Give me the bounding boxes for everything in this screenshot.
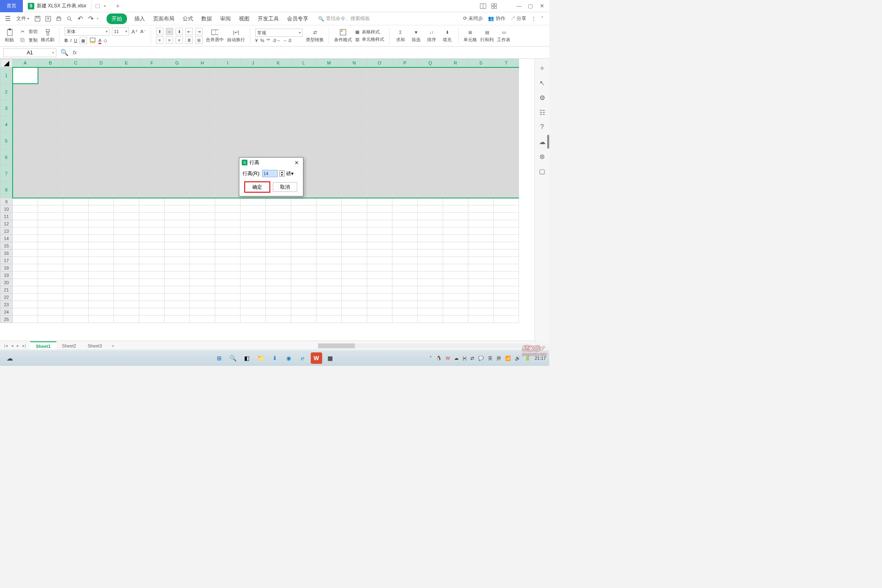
cell[interactable] [367,133,392,149]
cell[interactable] [443,84,468,100]
col-header[interactable]: J [241,59,266,67]
italic-button[interactable]: I [70,38,71,43]
cell[interactable] [316,257,342,264]
cell[interactable] [443,249,468,257]
cell[interactable] [367,301,392,308]
cell[interactable] [342,198,367,205]
command-search[interactable]: 🔍 查找命令、搜索模板 [318,15,370,22]
fx-icon[interactable]: fx [73,49,77,56]
cell[interactable] [241,67,266,84]
currency-button[interactable]: ¥ [255,38,258,43]
cell[interactable] [139,213,165,220]
cell[interactable] [114,165,139,182]
cell[interactable] [494,249,519,257]
cell[interactable] [114,235,139,242]
cell[interactable] [190,249,215,257]
cell[interactable] [494,220,519,227]
cell[interactable] [165,116,190,133]
cell[interactable] [367,257,392,264]
cell[interactable] [468,149,494,165]
cell[interactable] [13,205,38,213]
cell[interactable] [266,235,291,242]
align-center-icon[interactable]: ≡ [166,36,173,44]
cell[interactable] [190,213,215,220]
cell[interactable] [190,165,215,182]
sidepanel-properties-icon[interactable]: ☷ [539,109,546,116]
cell[interactable] [63,294,89,301]
cell[interactable] [418,213,443,220]
sheet-tab-1[interactable]: Sheet1 [30,341,56,350]
share-button[interactable]: ↗ 分享 [510,15,526,22]
cell[interactable] [494,116,519,133]
cell[interactable] [241,84,266,100]
fill-color-button[interactable] [89,37,96,44]
justify-icon[interactable]: ≣ [185,36,193,44]
cell[interactable] [316,316,342,323]
cell[interactable] [468,279,494,286]
cell[interactable] [443,279,468,286]
cell[interactable] [215,264,241,272]
align-top-icon[interactable]: ⬆ [156,28,163,35]
cell[interactable] [215,272,241,279]
cell[interactable] [190,308,215,316]
table-style-button[interactable]: ▦ 表格样式 [355,29,384,35]
cell[interactable] [114,205,139,213]
row-header[interactable]: 15 [0,242,13,249]
name-box[interactable]: A1 [3,48,56,57]
cell[interactable] [468,182,494,198]
align-bottom-icon[interactable]: ⬇ [176,28,183,35]
cell[interactable] [392,301,418,308]
cell[interactable] [443,133,468,149]
cell[interactable] [291,264,316,272]
tab-menu-icon[interactable]: □ [96,2,100,10]
tray-volume-icon[interactable]: 🔊 [515,356,521,361]
cell[interactable] [291,308,316,316]
collab-button[interactable]: 👥 协作 [488,15,505,22]
cell[interactable] [13,227,38,235]
cell[interactable] [468,205,494,213]
cell[interactable] [63,235,89,242]
explorer-icon[interactable]: 📁 [255,352,267,364]
col-header[interactable]: Q [418,59,443,67]
cell[interactable] [63,308,89,316]
hamburger-icon[interactable]: ☰ [3,14,12,23]
cell[interactable] [392,165,418,182]
cell[interactable] [63,213,89,220]
cell[interactable] [316,264,342,272]
cell[interactable] [190,257,215,264]
sidepanel-help-icon[interactable]: ? [539,123,546,131]
add-sheet-button[interactable]: + [108,343,118,348]
cell[interactable] [89,264,114,272]
cell[interactable] [468,100,494,116]
thousands-button[interactable]: ºº [267,38,270,43]
cell[interactable] [38,100,63,116]
cell[interactable] [342,213,367,220]
wrap-text-button[interactable]: [↵] 自动换行 [227,29,245,43]
copy-button[interactable]: ⿻复制 [19,36,38,44]
cell[interactable] [215,301,241,308]
tray-lang1[interactable]: 英 [488,355,492,361]
cell[interactable] [241,286,266,294]
cell[interactable] [63,133,89,149]
percent-button[interactable]: % [260,38,264,43]
cell[interactable] [215,205,241,213]
more-icon[interactable]: ⋮ [531,16,536,22]
cell[interactable] [190,227,215,235]
cell[interactable] [215,257,241,264]
cell[interactable] [215,242,241,249]
decrease-decimal-button[interactable]: ←.0 [283,38,291,43]
cell[interactable] [392,272,418,279]
sidepanel-page-icon[interactable]: ▢ [539,167,546,175]
cell[interactable] [266,220,291,227]
decrease-font-icon[interactable]: A⁻ [140,29,146,34]
cell[interactable] [13,279,38,286]
cell[interactable] [241,294,266,301]
cell[interactable] [266,257,291,264]
tab-view[interactable]: 视图 [238,13,250,24]
cell[interactable] [89,301,114,308]
cell[interactable] [89,294,114,301]
cell[interactable] [114,84,139,100]
align-left-icon[interactable]: ≡ [156,36,163,44]
cell[interactable] [215,165,241,182]
type-convert-button[interactable]: ⇄ 类型转换 [306,29,324,43]
